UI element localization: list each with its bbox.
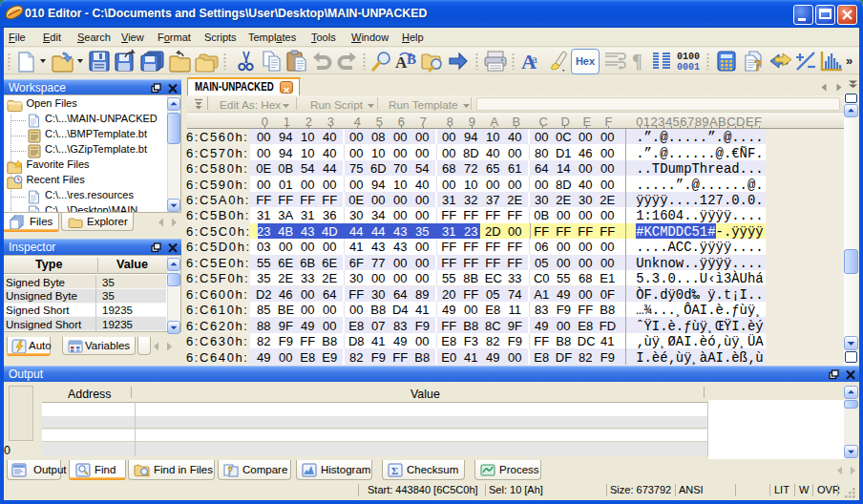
svg-text:Σ: Σ <box>391 465 398 476</box>
svg-text:a: a <box>532 52 537 66</box>
svg-text:0100: 0100 <box>677 52 700 62</box>
svg-text:?: ? <box>227 466 233 476</box>
svg-text:0001: 0001 <box>677 62 700 73</box>
svg-text:?: ? <box>754 57 762 73</box>
svg-text:¶: ¶ <box>632 51 642 72</box>
